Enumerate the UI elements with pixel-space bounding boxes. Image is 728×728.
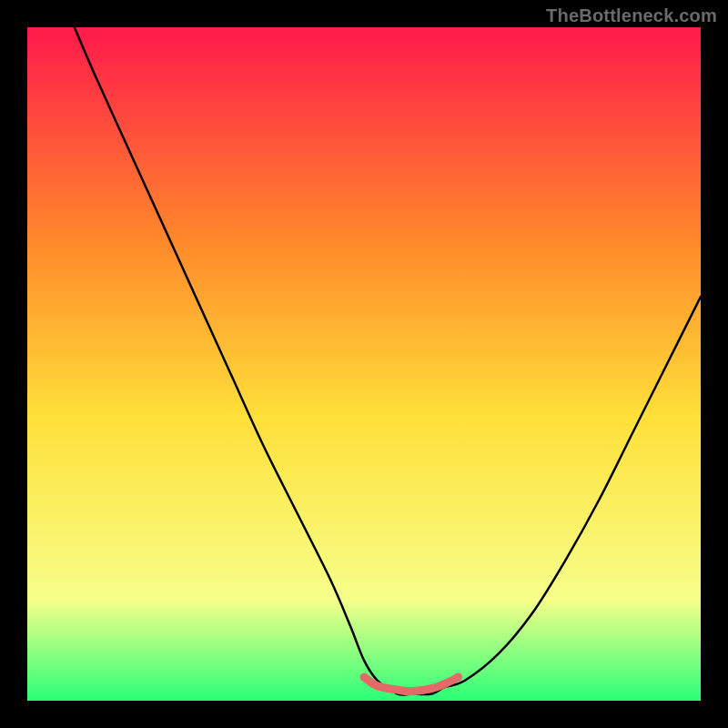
gradient-background	[27, 27, 701, 701]
watermark-text: TheBottleneck.com	[546, 5, 717, 26]
chart-svg	[27, 27, 701, 701]
chart-frame: TheBottleneck.com	[0, 0, 728, 728]
plot-area	[27, 27, 701, 701]
